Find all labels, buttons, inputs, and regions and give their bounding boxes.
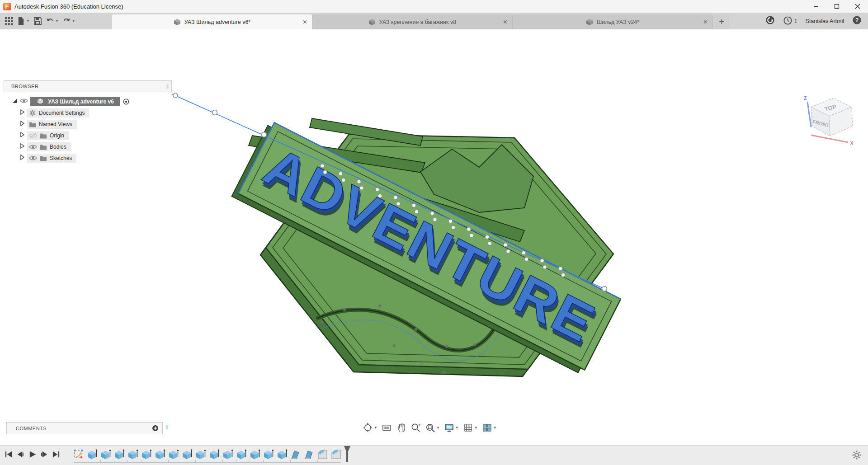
apps-grid-icon[interactable] [4, 15, 14, 27]
timeline-feature-extrude[interactable] [249, 449, 260, 460]
timeline-feature-extrude[interactable] [263, 449, 274, 460]
expand-icon[interactable] [12, 98, 18, 105]
document-tab-2[interactable]: УАЗ крепления в багажник v8 ✕ [312, 14, 513, 29]
redo-icon[interactable]: ▼ [61, 15, 76, 27]
step-back-button[interactable] [16, 450, 25, 460]
timeline-feature-extrude[interactable] [276, 449, 288, 460]
spline-handle[interactable] [602, 287, 607, 291]
browser-item-sketches[interactable]: Sketches [4, 152, 172, 164]
file-new-icon[interactable]: ▼ [16, 15, 31, 27]
user-name[interactable]: Stanislav Artmil [806, 18, 844, 24]
add-comment-icon[interactable] [152, 425, 159, 432]
root-component-label[interactable]: УАЗ Шильд adventure v6 [48, 99, 114, 105]
browser-root-row[interactable]: УАЗ Шильд adventure v6 [4, 96, 172, 107]
activate-component-icon[interactable] [123, 99, 130, 105]
item-label[interactable]: Document Settings [39, 110, 85, 116]
gear-icon [29, 110, 36, 116]
visibility-eye-off-icon[interactable] [29, 133, 37, 138]
timeline-feature-chamfer[interactable] [290, 449, 301, 460]
document-tab-1[interactable]: УАЗ Шильд adventure v6* ✕ [112, 14, 312, 29]
timeline-feature-extrude[interactable] [168, 449, 179, 460]
window-title: Autodesk Fusion 360 (Education License) [14, 3, 123, 10]
help-icon[interactable]: ? [852, 15, 862, 27]
timeline-feature-extrude[interactable] [181, 449, 193, 460]
visibility-eye-icon[interactable] [29, 155, 37, 161]
expand-icon[interactable] [19, 121, 25, 127]
go-to-start-button[interactable] [5, 450, 13, 460]
document-tab-3[interactable]: Шильд УАЗ v24* ✕ [513, 14, 713, 29]
timeline-settings-gear-icon[interactable] [852, 450, 862, 462]
extensions-icon[interactable] [765, 15, 775, 27]
new-tab-button[interactable]: + [714, 14, 729, 29]
item-label[interactable]: Sketches [50, 155, 72, 161]
grid-settings-icon[interactable]: ▼ [462, 421, 479, 434]
timeline-feature-extrude[interactable] [222, 449, 233, 460]
expand-icon[interactable] [19, 132, 25, 139]
document-icon [368, 19, 376, 26]
item-label[interactable]: Origin [50, 132, 64, 139]
orbit-icon[interactable]: ▼ [362, 421, 378, 434]
browser-header[interactable]: BROWSER ‖ [4, 80, 172, 92]
look-at-icon[interactable] [381, 421, 393, 434]
component-icon [37, 98, 44, 104]
maximize-button[interactable] [826, 0, 847, 13]
comments-bar[interactable]: COMMENTS [6, 422, 163, 434]
panel-grip[interactable]: ‖ [166, 83, 168, 90]
visibility-eye-icon[interactable] [20, 98, 28, 105]
expand-icon[interactable] [19, 155, 25, 161]
display-settings-icon[interactable]: ▼ [443, 421, 460, 434]
timeline-feature-extrude[interactable] [236, 449, 247, 460]
timeline-feature-extrude[interactable] [208, 449, 220, 460]
viewport-canvas[interactable]: ADVENTURE ADVENTURE ADVENTURE Z X TOP FR… [0, 29, 868, 445]
browser-item-named-views[interactable]: Named Views [4, 118, 172, 130]
close-button[interactable] [847, 0, 868, 13]
timeline-feature-fillet[interactable] [330, 449, 342, 460]
timeline-feature-sketch[interactable] [73, 449, 84, 460]
spline-handle[interactable] [173, 93, 178, 98]
timeline-feature-fillet[interactable] [317, 449, 328, 460]
save-icon[interactable] [33, 15, 43, 27]
folder-icon [29, 121, 36, 127]
title-bar: F Autodesk Fusion 360 (Education License… [0, 0, 868, 13]
browser-item-bodies[interactable]: Bodies [4, 141, 172, 152]
tab-close-icon[interactable]: ✕ [703, 19, 708, 25]
item-label[interactable]: Named Views [39, 121, 72, 127]
visibility-eye-icon[interactable] [29, 144, 37, 150]
browser-item-origin[interactable]: Origin [4, 130, 172, 141]
timeline-feature-chamfer[interactable] [303, 449, 315, 460]
spline-handle[interactable] [262, 132, 267, 137]
timeline-feature-extrude[interactable] [113, 449, 125, 460]
document-tab-label: УАЗ крепления в багажник v8 [379, 19, 456, 25]
play-button[interactable] [28, 450, 37, 460]
quick-access-toolbar: ▼▼▼ [0, 13, 112, 29]
view-cube[interactable]: Z X TOP FRONT [795, 92, 858, 148]
expand-icon[interactable] [19, 109, 25, 116]
timeline-feature-extrude[interactable] [154, 449, 165, 460]
browser-item-document-settings[interactable]: Document Settings [4, 107, 172, 118]
timeline-feature-extrude[interactable] [100, 449, 111, 460]
spline-handle[interactable] [212, 110, 217, 115]
step-forward-button[interactable] [40, 450, 48, 460]
viewports-icon[interactable]: ▼ [481, 421, 498, 434]
pan-icon[interactable] [395, 421, 407, 434]
timeline-playhead[interactable] [344, 446, 351, 464]
comments-grip[interactable]: ‖ [165, 423, 167, 430]
timeline-feature-extrude[interactable] [86, 449, 98, 460]
item-label[interactable]: Bodies [50, 144, 66, 150]
minimize-button[interactable] [806, 0, 826, 13]
fit-icon[interactable]: ▼ [424, 421, 441, 434]
axis-z-label: Z [804, 95, 807, 101]
timeline-feature-extrude[interactable] [195, 449, 206, 460]
undo-icon[interactable]: ▼ [45, 15, 60, 27]
navigation-toolbar: ▼±▼▼▼▼ [362, 421, 498, 434]
go-to-end-button[interactable] [52, 450, 60, 460]
job-status-button[interactable]: 1 [783, 16, 797, 27]
tab-close-icon[interactable]: ✕ [302, 19, 307, 25]
expand-icon[interactable] [19, 143, 25, 150]
tab-close-icon[interactable]: ✕ [503, 19, 508, 25]
folder-icon [40, 144, 47, 150]
zoom-icon[interactable]: ± [410, 421, 422, 434]
browser-panel: BROWSER ‖ УАЗ Шильд adventure v6 [4, 80, 172, 164]
timeline-feature-extrude[interactable] [141, 449, 152, 460]
timeline-feature-extrude[interactable] [127, 449, 138, 460]
